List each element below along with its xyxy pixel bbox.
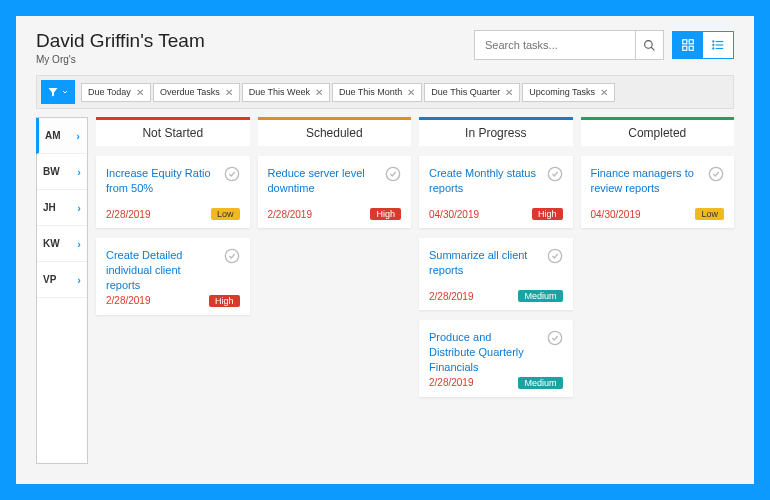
view-grid-button[interactable] [673, 32, 703, 58]
filter-chip[interactable]: Due This Quarter✕ [424, 83, 520, 102]
chevron-right-icon: › [77, 274, 81, 286]
person-initials: BW [43, 166, 60, 177]
person-initials: VP [43, 274, 56, 285]
task-date: 2/28/2019 [429, 291, 474, 302]
task-card[interactable]: Summarize all client reports2/28/2019Med… [419, 238, 573, 310]
task-date: 2/28/2019 [429, 377, 474, 388]
kanban-column: ScheduledReduce server level downtime2/2… [258, 117, 412, 464]
card-footer: 04/30/2019Low [591, 208, 725, 220]
filter-chip[interactable]: Due Today✕ [81, 83, 151, 102]
check-circle-icon [547, 330, 563, 346]
task-date: 04/30/2019 [429, 209, 479, 220]
list-icon [711, 38, 725, 52]
svg-point-15 [548, 167, 561, 180]
filter-chip-label: Due Today [88, 87, 131, 97]
svg-point-14 [386, 167, 399, 180]
chevron-right-icon: › [76, 130, 80, 142]
chevron-right-icon: › [77, 238, 81, 250]
task-card[interactable]: Finance managers to review reports04/30/… [581, 156, 735, 228]
search-icon [643, 39, 656, 52]
person-initials: AM [45, 130, 61, 141]
svg-line-1 [651, 47, 654, 50]
check-circle-icon [224, 248, 240, 264]
task-title: Finance managers to review reports [591, 166, 725, 206]
priority-badge: Low [695, 208, 724, 220]
filter-chip[interactable]: Due This Month✕ [332, 83, 422, 102]
kanban-column: CompletedFinance managers to review repo… [581, 117, 735, 464]
person-item[interactable]: AM› [36, 118, 86, 154]
chevron-right-icon: › [77, 202, 81, 214]
card-footer: 2/28/2019Medium [429, 377, 563, 389]
task-card[interactable]: Create Detailed individual client report… [96, 238, 250, 315]
close-icon[interactable]: ✕ [505, 87, 513, 98]
person-item[interactable]: BW› [37, 154, 87, 190]
chevron-right-icon: › [77, 166, 81, 178]
task-card[interactable]: Create Monthly status reports04/30/2019H… [419, 156, 573, 228]
view-toggle [672, 31, 734, 59]
card-footer: 2/28/2019Low [106, 208, 240, 220]
priority-badge: High [532, 208, 563, 220]
svg-point-9 [713, 41, 714, 42]
person-item[interactable]: VP› [37, 262, 87, 298]
svg-rect-5 [689, 46, 693, 50]
svg-point-13 [225, 249, 238, 262]
filter-chip-label: Due This Week [249, 87, 310, 97]
priority-badge: Medium [518, 377, 562, 389]
task-card[interactable]: Produce and Distribute Quarterly Financi… [419, 320, 573, 397]
svg-rect-4 [683, 46, 687, 50]
filter-chip[interactable]: Upcoming Tasks✕ [522, 83, 615, 102]
search-wrap [474, 30, 664, 60]
check-circle-icon [547, 248, 563, 264]
close-icon[interactable]: ✕ [225, 87, 233, 98]
check-circle-icon [547, 166, 563, 182]
close-icon[interactable]: ✕ [315, 87, 323, 98]
filter-chip[interactable]: Due This Week✕ [242, 83, 330, 102]
filter-button[interactable] [41, 80, 75, 104]
task-title: Increase Equity Ratio from 50% [106, 166, 240, 206]
task-title: Produce and Distribute Quarterly Financi… [429, 330, 563, 375]
svg-point-0 [645, 40, 653, 48]
person-initials: JH [43, 202, 56, 213]
task-card[interactable]: Reduce server level downtime2/28/2019Hig… [258, 156, 412, 228]
chevron-down-icon [61, 88, 69, 96]
card-footer: 2/28/2019High [106, 295, 240, 307]
page-subtitle: My Org's [36, 54, 205, 65]
search-button[interactable] [635, 31, 663, 59]
funnel-icon [47, 86, 59, 98]
task-card[interactable]: Increase Equity Ratio from 50%2/28/2019L… [96, 156, 250, 228]
task-date: 04/30/2019 [591, 209, 641, 220]
people-list: AM›BW›JH›KW›VP› [36, 117, 88, 464]
check-circle-icon [708, 166, 724, 182]
search-input[interactable] [475, 33, 635, 57]
kanban-column: In ProgressCreate Monthly status reports… [419, 117, 573, 464]
filter-chip-label: Due This Month [339, 87, 402, 97]
filter-chip-label: Due This Quarter [431, 87, 500, 97]
close-icon[interactable]: ✕ [600, 87, 608, 98]
priority-badge: High [370, 208, 401, 220]
priority-badge: Low [211, 208, 240, 220]
priority-badge: Medium [518, 290, 562, 302]
close-icon[interactable]: ✕ [407, 87, 415, 98]
card-footer: 2/28/2019High [268, 208, 402, 220]
check-circle-icon [385, 166, 401, 182]
column-header: Scheduled [258, 117, 412, 146]
person-item[interactable]: KW› [37, 226, 87, 262]
card-footer: 2/28/2019Medium [429, 290, 563, 302]
svg-point-10 [713, 44, 714, 45]
column-header: Not Started [96, 117, 250, 146]
task-title: Reduce server level downtime [268, 166, 402, 206]
card-footer: 04/30/2019High [429, 208, 563, 220]
priority-badge: High [209, 295, 240, 307]
close-icon[interactable]: ✕ [136, 87, 144, 98]
person-item[interactable]: JH› [37, 190, 87, 226]
filter-chip-label: Upcoming Tasks [529, 87, 595, 97]
page-title: David Griffin's Team [36, 30, 205, 52]
svg-point-11 [713, 48, 714, 49]
task-date: 2/28/2019 [268, 209, 313, 220]
task-title: Create Monthly status reports [429, 166, 563, 206]
svg-point-17 [548, 331, 561, 344]
grid-icon [681, 38, 695, 52]
svg-point-18 [709, 167, 722, 180]
filter-chip[interactable]: Overdue Tasks✕ [153, 83, 240, 102]
view-list-button[interactable] [703, 32, 733, 58]
